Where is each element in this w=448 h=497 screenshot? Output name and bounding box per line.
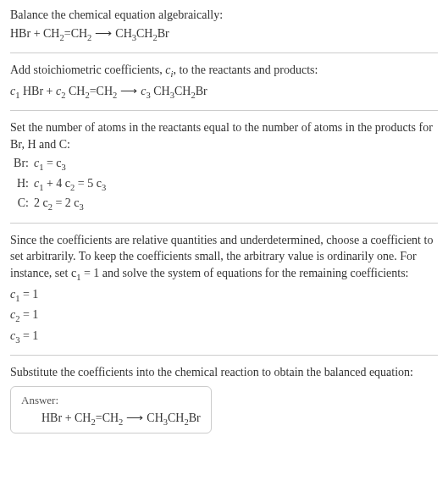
arrow-icon: ⟶ xyxy=(91,27,115,40)
reactant-hbr: HBr xyxy=(23,85,43,97)
divider xyxy=(10,52,438,53)
section-solve: Since the coefficients are relative quan… xyxy=(10,232,438,346)
divider xyxy=(10,223,438,224)
reactant-hbr: HBr xyxy=(10,27,30,40)
product-ch2: CH xyxy=(168,411,184,424)
reactant-ch2b: =CH xyxy=(96,411,119,424)
product-ch2: CH xyxy=(136,27,152,40)
sub-2: 2 xyxy=(61,90,65,99)
result-c2: c2 = 1 xyxy=(10,306,438,325)
balanced-equation: HBr + CH2=CH2⟶CH3CH2Br xyxy=(21,411,201,427)
plus-sign: + xyxy=(30,27,43,40)
intro-text: Balance the chemical equation algebraica… xyxy=(10,7,438,24)
product-br: Br xyxy=(196,85,207,97)
sub-1: 1 xyxy=(15,90,19,99)
product-ch3: CH xyxy=(147,411,163,424)
result-c1: c1 = 1 xyxy=(10,286,438,305)
balance-instruction: Set the number of atoms in the reactants… xyxy=(10,119,438,152)
section-balance-intro: Balance the chemical equation algebraica… xyxy=(10,7,438,44)
eq-br: c1 = c3 xyxy=(34,154,66,174)
divider xyxy=(10,355,438,356)
product-ch2: CH xyxy=(174,85,191,97)
reactant-hbr: HBr xyxy=(41,411,62,424)
product-br: Br xyxy=(189,411,201,424)
section-atom-balance: Set the number of atoms in the reactants… xyxy=(10,119,438,214)
eq-h: c1 + 4 c2 = 5 c3 xyxy=(34,174,106,195)
section-answer: Substitute the coefficients into the che… xyxy=(10,364,438,433)
reactant-ch2b: =CH xyxy=(64,27,87,40)
coeff-equation: c1 HBr + c2 CH2=CH2⟶c3 CH3CH2Br xyxy=(10,83,438,102)
unbalanced-equation: HBr + CH2=CH2⟶CH3CH2Br xyxy=(10,25,438,44)
table-row: C: 2 c2 = 2 c3 xyxy=(10,194,438,214)
product-ch3: CH xyxy=(153,85,169,97)
element-label-c: C: xyxy=(10,194,34,214)
sub-3: 3 xyxy=(146,90,150,99)
table-row: Br: c1 = c3 xyxy=(10,154,438,174)
answer-box: Answer: HBr + CH2=CH2⟶CH3CH2Br xyxy=(10,386,212,434)
divider xyxy=(10,110,438,111)
plus-sign: + xyxy=(62,411,75,424)
element-label-br: Br: xyxy=(10,154,34,174)
plus-sign: + xyxy=(43,85,56,97)
coeff-instruction: Add stoichiometric coefficients, ci, to … xyxy=(10,62,438,80)
reactant-ch2b: =CH xyxy=(90,85,113,97)
arrow-icon: ⟶ xyxy=(123,411,147,424)
reactant-ch2a: CH xyxy=(75,411,91,424)
eq-c: 2 c2 = 2 c3 xyxy=(34,194,84,214)
product-br: Br xyxy=(158,27,169,40)
substitute-instruction: Substitute the coefficients into the che… xyxy=(10,364,438,381)
result-c3: c3 = 1 xyxy=(10,328,438,346)
solve-instruction: Since the coefficients are relative quan… xyxy=(10,232,438,284)
element-label-h: H: xyxy=(10,174,34,195)
product-ch3: CH xyxy=(115,27,131,40)
table-row: H: c1 + 4 c2 = 5 c3 xyxy=(10,174,438,195)
reactant-ch2a: CH xyxy=(43,27,59,40)
section-add-coefficients: Add stoichiometric coefficients, ci, to … xyxy=(10,62,438,102)
arrow-icon: ⟶ xyxy=(117,85,141,97)
answer-label: Answer: xyxy=(21,394,201,407)
reactant-ch2a: CH xyxy=(69,85,85,97)
